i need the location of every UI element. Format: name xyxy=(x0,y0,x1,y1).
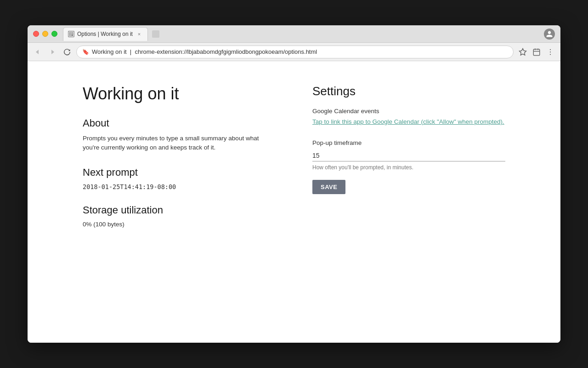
storage-value: 0% (100 bytes) xyxy=(83,221,276,228)
calendar-button[interactable] xyxy=(531,46,542,58)
next-prompt-timestamp: 2018-01-25T14:41:19-08:00 xyxy=(83,183,276,190)
tab-favicon-icon xyxy=(68,31,74,37)
about-section-title: About xyxy=(83,117,276,129)
url-text: Working on it | chrome-extension://lbjab… xyxy=(92,48,317,55)
forward-button[interactable] xyxy=(47,46,58,58)
popup-timeframe-label: Pop-up timeframe xyxy=(312,139,505,146)
settings-heading: Settings xyxy=(312,84,505,98)
page-content: Working on it About Prompts you every mi… xyxy=(28,61,560,343)
right-column: Settings Google Calendar events Tap to l… xyxy=(312,84,505,320)
input-hint: How often you'll be prompted, in minutes… xyxy=(312,164,505,171)
url-bar[interactable]: 🔖 Working on it | chrome-extension://lbj… xyxy=(76,46,514,58)
svg-point-12 xyxy=(550,54,551,55)
toolbar-right xyxy=(517,46,556,58)
svg-rect-6 xyxy=(533,49,540,56)
tab-close-button[interactable]: × xyxy=(136,30,143,38)
tab-bar: Options | Working on it × xyxy=(63,27,544,41)
svg-rect-4 xyxy=(152,30,159,38)
svg-point-10 xyxy=(550,49,551,50)
left-column: Working on it About Prompts you every mi… xyxy=(83,84,276,320)
gcal-link[interactable]: Tap to link this app to Google Calendar … xyxy=(312,117,505,126)
maximize-window-button[interactable] xyxy=(51,31,57,37)
popup-timeframe-input[interactable] xyxy=(312,150,505,161)
url-icon: 🔖 xyxy=(82,49,89,55)
storage-section-title: Storage utilization xyxy=(83,204,276,216)
star-button[interactable] xyxy=(517,46,528,58)
save-button[interactable]: SAVE xyxy=(312,180,345,194)
traffic-lights xyxy=(33,31,57,37)
svg-marker-5 xyxy=(520,48,526,55)
about-description: Prompts you every minutes to type a smal… xyxy=(83,134,276,153)
next-prompt-section-title: Next prompt xyxy=(83,167,276,178)
svg-point-11 xyxy=(550,51,551,52)
close-window-button[interactable] xyxy=(33,31,39,37)
active-tab[interactable]: Options | Working on it × xyxy=(63,27,148,41)
menu-button[interactable] xyxy=(545,46,556,58)
title-bar: Options | Working on it × xyxy=(28,25,560,43)
new-tab-button[interactable] xyxy=(150,28,162,40)
browser-window: Options | Working on it × 🔖 xyxy=(28,25,560,343)
page-heading: Working on it xyxy=(83,84,276,104)
window-controls-right xyxy=(544,29,555,40)
gcal-label: Google Calendar events xyxy=(312,108,505,115)
tab-title: Options | Working on it xyxy=(77,31,133,37)
address-bar: 🔖 Working on it | chrome-extension://lbj… xyxy=(28,43,560,61)
reload-button[interactable] xyxy=(62,46,73,58)
user-avatar[interactable] xyxy=(544,29,555,40)
back-button[interactable] xyxy=(32,46,43,58)
minimize-window-button[interactable] xyxy=(42,31,48,37)
